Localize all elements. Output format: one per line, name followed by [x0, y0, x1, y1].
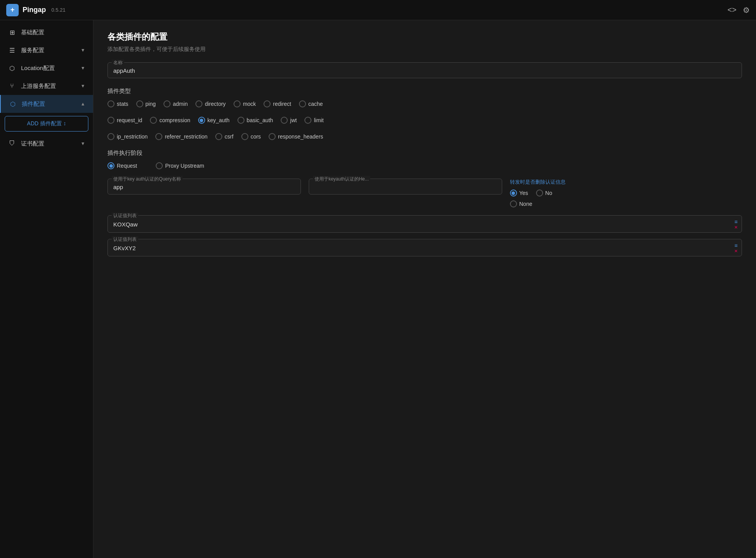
radio-redirect[interactable]: redirect [264, 100, 291, 107]
radio-circle-stats [107, 100, 114, 107]
auth-list-input-1[interactable] [113, 245, 724, 251]
code-icon[interactable]: <> [728, 5, 737, 14]
sidebar-label-service: 服务配置 [21, 47, 76, 54]
radio-label-cache: cache [308, 101, 323, 107]
chevron-up-icon: ▲ [81, 101, 85, 107]
radio-label-key_auth: key_auth [207, 117, 230, 123]
radio-circle-csrf [215, 133, 222, 140]
radio-label-none: None [519, 201, 532, 207]
auth-list-label-0: 认证值列表 [112, 212, 138, 219]
radio-circle-ping [136, 100, 143, 107]
radio-circle-del-yes [510, 190, 517, 197]
auth-list-item-1: 认证值列表 ≡ ✕ [107, 239, 742, 256]
radio-cors[interactable]: cors [241, 133, 261, 140]
list-action-0[interactable]: ≡ ✕ [734, 219, 738, 229]
radio-admin[interactable]: admin [164, 100, 188, 107]
query-input[interactable] [113, 184, 295, 190]
name-field-group: 名称 [107, 62, 742, 78]
none-option[interactable]: None [510, 200, 734, 207]
key-auth-inputs-row: 使用于key auth认证的Query名称 使用于keyauth认证的He...… [107, 179, 742, 207]
radio-label-redirect: redirect [273, 101, 291, 107]
radio-label-limit: limit [314, 117, 323, 123]
auth-list-input-0[interactable] [113, 221, 724, 228]
sidebar-item-basic[interactable]: ⊞ 基础配置 [0, 23, 93, 41]
radio-circle-directory [195, 100, 202, 107]
radio-circle-del-no [536, 190, 543, 197]
topbar-icons: <> ⚙ [728, 5, 750, 15]
radio-label-request: Request [117, 163, 137, 169]
radio-circle-cache [299, 100, 306, 107]
header-label: 使用于keyauth认证的He... [313, 176, 370, 182]
radio-circle-jwt [281, 117, 288, 124]
radio-compression[interactable]: compression [150, 117, 190, 124]
radio-circle-mock [234, 100, 241, 107]
radio-label-jwt: jwt [290, 117, 297, 123]
radio-circle-admin [164, 100, 171, 107]
radio-label-del-no: No [545, 190, 552, 196]
radio-cache[interactable]: cache [299, 100, 323, 107]
radio-label-del-yes: Yes [519, 190, 528, 196]
delete-auth-options: Yes No [510, 190, 742, 197]
delete-auth-section: 转发时是否删除认证信息 Yes No None [510, 179, 742, 207]
radio-key_auth[interactable]: key_auth [198, 117, 230, 124]
radio-request[interactable]: Request [107, 162, 137, 169]
radio-request_id[interactable]: request_id [107, 117, 142, 124]
delete-auth-no[interactable]: No [536, 190, 552, 197]
radio-label-directory: directory [205, 101, 226, 107]
app-version: 0.5.21 [51, 7, 65, 13]
radio-ping[interactable]: ping [136, 100, 156, 107]
sidebar-item-upstream[interactable]: ⑂ 上游服务配置 ▼ [0, 77, 93, 95]
sidebar-item-service[interactable]: ☰ 服务配置 ▼ [0, 41, 93, 59]
name-input[interactable] [113, 67, 736, 74]
radio-label-ip_restriction: ip_restriction [117, 133, 148, 140]
radio-circle-referer_restriction [155, 133, 162, 140]
app-name: Pingap [23, 6, 46, 14]
radio-directory[interactable]: directory [195, 100, 226, 107]
radio-circle-compression [150, 117, 157, 124]
radio-label-basic_auth: basic_auth [247, 117, 273, 123]
radio-csrf[interactable]: csrf [215, 133, 234, 140]
plugin-type-row3: ip_restriction referer_restriction csrf … [107, 133, 742, 140]
sidebar-item-plugin[interactable]: ⬡ 插件配置 ▲ [0, 95, 93, 113]
plugin-type-label: 插件类型 [107, 88, 742, 95]
list-action-1[interactable]: ≡ ✕ [734, 242, 738, 253]
list-lines-icon-0: ≡ [734, 219, 737, 224]
grid-icon: ⊞ [8, 28, 16, 37]
radio-mock[interactable]: mock [234, 100, 256, 107]
radio-label-csrf: csrf [225, 133, 234, 140]
sidebar-item-location[interactable]: ⬡ Location配置 ▼ [0, 59, 93, 77]
query-field-col: 使用于key auth认证的Query名称 [107, 179, 301, 195]
radio-circle-request_id [107, 117, 114, 124]
radio-proxy_upstream[interactable]: Proxy Upstream [156, 162, 204, 169]
plugin-type-row1: stats ping admin directory mock redirect… [107, 100, 742, 107]
sidebar-item-cert[interactable]: ⛉ 证书配置 ▼ [0, 135, 93, 153]
settings-icon[interactable]: ⚙ [743, 5, 750, 15]
page-title: 各类插件的配置 [107, 31, 742, 43]
sidebar-label-cert: 证书配置 [21, 140, 76, 147]
radio-referer_restriction[interactable]: referer_restriction [155, 133, 207, 140]
radio-label-stats: stats [117, 101, 128, 107]
delete-auth-title: 转发时是否删除认证信息 [510, 179, 742, 186]
radio-ip_restriction[interactable]: ip_restriction [107, 133, 148, 140]
delete-auth-yes[interactable]: Yes [510, 190, 528, 197]
radio-basic_auth[interactable]: basic_auth [237, 117, 273, 124]
chevron-down-icon-3: ▼ [81, 83, 85, 89]
radio-circle-limit [304, 117, 311, 124]
page-description: 添加配置各类插件，可便于后续服务使用 [107, 46, 742, 53]
list-delete-icon-0: ✕ [734, 225, 738, 229]
name-label: 名称 [112, 60, 124, 66]
phase-options: Request Proxy Upstream [107, 162, 742, 169]
header-input[interactable] [315, 184, 496, 190]
header-field-col: 使用于keyauth认证的He... [309, 179, 502, 195]
radio-response_headers[interactable]: response_headers [269, 133, 323, 140]
sidebar: ⊞ 基础配置 ☰ 服务配置 ▼ ⬡ Location配置 ▼ ⑂ 上游服务配置 … [0, 20, 93, 558]
main-content: 各类插件的配置 添加配置各类插件，可便于后续服务使用 名称 插件类型 stats… [93, 20, 756, 558]
radio-jwt[interactable]: jwt [281, 117, 297, 124]
radio-circle-redirect [264, 100, 271, 107]
radio-stats[interactable]: stats [107, 100, 128, 107]
radio-limit[interactable]: limit [304, 117, 323, 124]
radio-circle-response_headers [269, 133, 276, 140]
add-plugin-button[interactable]: ADD 插件配置 ↕ [5, 116, 88, 132]
phase-label: 插件执行阶段 [107, 149, 742, 157]
radio-circle-basic_auth [237, 117, 244, 124]
